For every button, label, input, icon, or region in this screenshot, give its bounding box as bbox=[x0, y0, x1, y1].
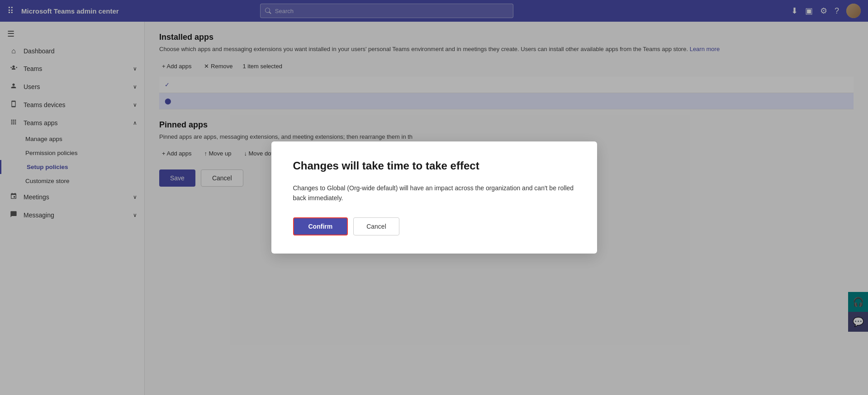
modal-actions: Confirm Cancel bbox=[293, 217, 575, 235]
modal-overlay: Changes will take time to take effect Ch… bbox=[0, 0, 868, 395]
modal-body: Changes to Global (Org-wide default) wil… bbox=[293, 183, 575, 203]
modal-dialog: Changes will take time to take effect Ch… bbox=[271, 141, 597, 254]
modal-cancel-button[interactable]: Cancel bbox=[353, 217, 399, 235]
modal-title: Changes will take time to take effect bbox=[293, 160, 575, 172]
confirm-button[interactable]: Confirm bbox=[293, 217, 348, 235]
